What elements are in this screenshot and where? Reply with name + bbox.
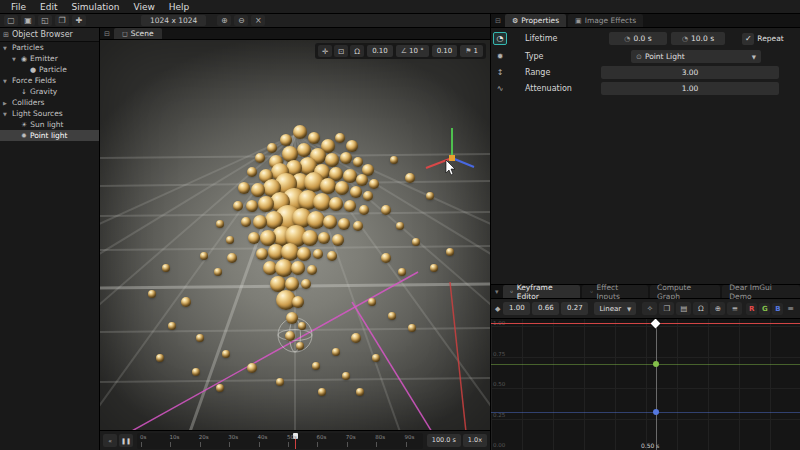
move-icon[interactable]: ✛	[318, 45, 332, 57]
tree-arrow-icon[interactable]: ▼	[12, 56, 18, 62]
attenuation-drag-field[interactable]: 1.00	[601, 82, 779, 95]
tab-keyframe-editor[interactable]: ◦Keyframe Editor	[503, 285, 581, 298]
tree-item-colliders[interactable]: ▶Colliders	[0, 97, 99, 108]
scene-viewport: ⊟ ◻ Scene	[100, 28, 490, 450]
save-icon[interactable]: ▣	[21, 15, 35, 26]
collapse-icon[interactable]: ▾	[493, 288, 501, 296]
channel-value-1[interactable]: 0.66	[532, 302, 559, 315]
particle-sphere	[320, 178, 336, 194]
tree-item-sun-light[interactable]: ☀Sun light	[0, 119, 99, 130]
add-icon[interactable]: ✚	[72, 15, 86, 26]
tab-image-effects[interactable]: ▣Image Effects	[568, 14, 643, 27]
close-icon[interactable]: ×	[251, 15, 265, 26]
copy-icon[interactable]: ❐	[55, 15, 69, 26]
channel-value-fields: 1.000.660.27	[503, 302, 588, 315]
magnet-icon[interactable]: Ω	[693, 302, 708, 315]
tree-arrow-icon[interactable]: ▼	[3, 45, 9, 51]
tree-item-gravity[interactable]: ↓Gravity	[0, 86, 99, 97]
particle-sphere	[246, 200, 258, 212]
tab-scene[interactable]: ◻ Scene	[114, 28, 162, 39]
tree-item-light-sources[interactable]: ▼Light Sources	[0, 108, 99, 119]
particle-sphere	[247, 167, 257, 177]
tree-arrow-icon[interactable]: ▶	[3, 100, 9, 106]
channel-toggle-r[interactable]: R	[746, 303, 757, 315]
size-value-field[interactable]: 0.10	[432, 45, 458, 57]
dot-icon: ◦	[510, 288, 514, 296]
timeline-tick: 80s	[375, 434, 385, 440]
add-key-icon[interactable]: ✧	[642, 302, 657, 315]
tab-label: Dear ImGui Demo	[729, 283, 793, 301]
channel-value-0[interactable]: 1.00	[503, 302, 530, 315]
menu-simulation[interactable]: Simulation	[65, 0, 127, 14]
tree-item-emitter[interactable]: ▼◉Emitter	[0, 53, 99, 64]
interpolation-dropdown[interactable]: Linear ▼	[594, 302, 636, 315]
tree-item-point-light[interactable]: ✹Point light	[0, 130, 99, 141]
menu-edit[interactable]: Edit	[33, 0, 64, 14]
keyframe-point-g[interactable]	[653, 361, 659, 367]
menu-view[interactable]: View	[126, 0, 161, 14]
angle-snap-field[interactable]: ∠ 10 °	[396, 45, 429, 57]
pane-menu-icon[interactable]: ⊟	[493, 17, 503, 25]
new-file-icon[interactable]: ▢	[4, 15, 18, 26]
snap-icon[interactable]: ⊡	[334, 45, 348, 57]
pause-button[interactable]: ❚❚	[119, 434, 133, 447]
channel-toggle-b[interactable]: B	[772, 303, 783, 315]
resolution-display[interactable]: 1024 x 1024	[141, 15, 206, 26]
tab-effect-inputs[interactable]: ◦Effect Inputs	[582, 285, 648, 298]
open-icon[interactable]: ◱	[38, 15, 52, 26]
particle-sphere	[298, 322, 306, 330]
timeline-tick: 10s	[169, 434, 179, 440]
magnet-icon[interactable]: Ω	[350, 45, 364, 57]
tree-label: Gravity	[30, 87, 57, 96]
channel-toggle-g[interactable]: G	[759, 303, 770, 315]
list-icon[interactable]: ≡	[727, 302, 742, 315]
particle-sphere	[388, 312, 396, 320]
light-type-dropdown[interactable]: ⊙ Point Light ▼	[631, 50, 761, 63]
timeline-duration[interactable]: 100.0 s	[427, 434, 461, 447]
tab-compute-graph[interactable]: Compute Graph	[650, 285, 720, 298]
tree-item-particle[interactable]: ●Particle	[0, 64, 99, 75]
curve-graph[interactable]: 0.50 s 1.000.750.500.250.00	[491, 319, 800, 450]
paste-icon[interactable]: ▤	[676, 302, 691, 315]
pane-menu-icon[interactable]: ⊟	[102, 30, 112, 38]
tab-properties[interactable]: ⚙Properties	[505, 14, 566, 27]
timeline-speed[interactable]: 1.0x	[463, 434, 487, 447]
keyframe-point-b[interactable]	[653, 409, 659, 415]
range-drag-field[interactable]: 3.00	[601, 66, 779, 79]
lifetime-start-field[interactable]: ◔ 0.0 s	[609, 32, 667, 45]
timeline-ruler[interactable]: 0s10s20s30s40s50s60s70s80s90s	[137, 433, 423, 449]
repeat-toggle[interactable]: ✓ Repeat	[731, 32, 795, 45]
tab-dear-imgui-demo[interactable]: Dear ImGui Demo	[722, 285, 800, 298]
channel-value-2[interactable]: 0.27	[561, 302, 588, 315]
keyframe-point-r[interactable]	[651, 319, 661, 328]
menu-file[interactable]: File	[4, 0, 33, 14]
graph-playhead[interactable]	[656, 319, 657, 450]
lifetime-end-field[interactable]: ◔ 10.0 s	[671, 32, 725, 45]
tree-item-particles[interactable]: ▼Particles	[0, 42, 99, 53]
spheres-layer	[100, 40, 490, 430]
flag-counter-field[interactable]: ⚑ 1	[460, 45, 483, 57]
range-icon[interactable]: ↕	[493, 66, 507, 79]
tree-item-force-fields[interactable]: ▼Force Fields	[0, 75, 99, 86]
particle-sphere	[253, 215, 267, 229]
lifetime-icon[interactable]: ◔	[493, 32, 507, 45]
skip-start-button[interactable]: «	[103, 434, 117, 447]
particle-sphere	[255, 153, 265, 163]
tree-arrow-icon[interactable]: ▼	[3, 78, 9, 84]
list-icon[interactable]: ≡	[785, 304, 796, 313]
zoom-in-icon[interactable]: ⊕	[217, 15, 231, 26]
particle-sphere	[258, 196, 274, 212]
zoom-out-icon[interactable]: ⊖	[234, 15, 248, 26]
viewport-canvas[interactable]: ✛⊡Ω 0.10 ∠ 10 ° 0.10 ⚑ 1	[100, 40, 490, 430]
particle-sphere	[351, 333, 361, 343]
curve-line-g	[491, 364, 800, 365]
type-icon[interactable]: ✹	[493, 50, 507, 63]
tree-arrow-icon[interactable]: ▼	[3, 111, 9, 117]
snap-value-field[interactable]: 0.10	[367, 45, 393, 57]
menu-help[interactable]: Help	[162, 0, 197, 14]
curve-icon[interactable]: ∿	[493, 82, 507, 95]
zoom-icon[interactable]: ⊕	[710, 302, 725, 315]
particle-sphere	[241, 217, 251, 227]
copy-icon[interactable]: ❐	[659, 302, 674, 315]
particle-icon: ●	[30, 66, 36, 74]
